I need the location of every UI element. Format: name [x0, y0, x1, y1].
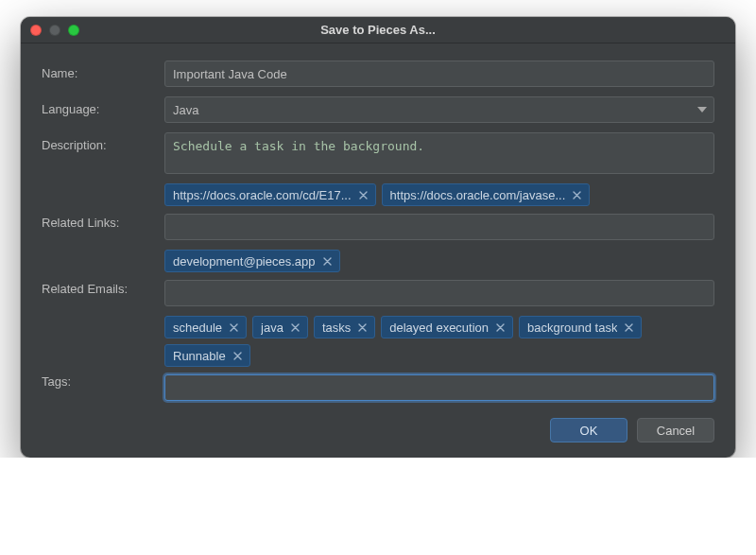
tag-chip-label: tasks	[322, 321, 351, 335]
tag-chip-label: java	[261, 321, 284, 335]
remove-chip-icon[interactable]	[357, 191, 369, 199]
related-links-row: Related Links: https://docs.oracle.com/c…	[42, 183, 714, 240]
tag-chip[interactable]: schedule	[164, 316, 247, 338]
link-chip[interactable]: https://docs.oracle.com/cd/E17...	[164, 183, 376, 206]
remove-chip-icon[interactable]	[356, 323, 369, 332]
close-window-button[interactable]	[30, 25, 42, 36]
tag-chip-label: schedule	[173, 321, 222, 335]
related-links-label: Related Links:	[42, 183, 164, 230]
dialog-content: Name: Language: Java Description	[21, 43, 735, 458]
tag-chip-label: Runnable	[173, 349, 226, 363]
tag-chip[interactable]: java	[252, 316, 308, 338]
dialog-window: Save to Pieces As... Name: Language: Jav…	[21, 17, 735, 458]
window-controls	[30, 25, 79, 36]
description-row: Description: Schedule a task in the back…	[42, 132, 714, 174]
tag-chip-label: delayed execution	[389, 321, 489, 335]
link-chip-label: https://docs.oracle.com/cd/E17...	[173, 188, 352, 202]
name-input[interactable]	[164, 61, 714, 87]
email-chip[interactable]: development@pieces.app	[164, 250, 340, 272]
remove-chip-icon[interactable]	[228, 323, 240, 332]
minimize-window-button	[49, 25, 60, 36]
language-row: Language: Java	[42, 96, 714, 123]
tag-chip[interactable]: delayed execution	[381, 316, 513, 338]
related-links-input[interactable]	[164, 214, 714, 240]
related-emails-chips: development@pieces.app	[164, 250, 714, 272]
remove-chip-icon[interactable]	[571, 191, 583, 199]
dialog-button-row: OK Cancel	[42, 410, 714, 442]
link-chip[interactable]: https://docs.oracle.com/javase...	[382, 183, 591, 206]
related-emails-row: Related Emails: development@pieces.app	[42, 250, 714, 306]
tag-chip[interactable]: Runnable	[164, 344, 250, 367]
remove-chip-icon[interactable]	[623, 323, 635, 332]
related-links-chips: https://docs.oracle.com/cd/E17... https:…	[164, 183, 714, 206]
tags-label: Tags:	[42, 316, 164, 389]
remove-chip-icon[interactable]	[289, 323, 301, 332]
language-label: Language:	[42, 96, 164, 116]
tags-row: Tags: schedule java tasks	[42, 316, 714, 401]
description-label: Description:	[42, 132, 164, 152]
remove-chip-icon[interactable]	[232, 352, 244, 360]
related-emails-input[interactable]	[164, 280, 714, 306]
remove-chip-icon[interactable]	[494, 323, 507, 332]
email-chip-label: development@pieces.app	[173, 254, 316, 269]
related-emails-label: Related Emails:	[42, 250, 164, 296]
window-title: Save to Pieces As...	[320, 23, 436, 37]
zoom-window-button[interactable]	[68, 25, 79, 36]
description-input[interactable]: Schedule a task in the background.	[164, 132, 714, 174]
tag-chip[interactable]: tasks	[314, 316, 375, 338]
language-select[interactable]: Java	[164, 96, 714, 123]
tags-input[interactable]	[164, 374, 714, 401]
language-select-wrap: Java	[164, 96, 714, 123]
tags-chips: schedule java tasks delayed execution	[164, 316, 714, 367]
remove-chip-icon[interactable]	[321, 257, 334, 266]
tag-chip[interactable]: background task	[519, 316, 642, 338]
link-chip-label: https://docs.oracle.com/javase...	[390, 188, 566, 202]
name-label: Name:	[42, 61, 164, 80]
tag-chip-label: background task	[527, 321, 617, 335]
name-row: Name:	[42, 61, 714, 87]
titlebar: Save to Pieces As...	[21, 17, 735, 43]
cancel-button[interactable]: Cancel	[637, 418, 714, 442]
ok-button[interactable]: OK	[550, 418, 627, 442]
